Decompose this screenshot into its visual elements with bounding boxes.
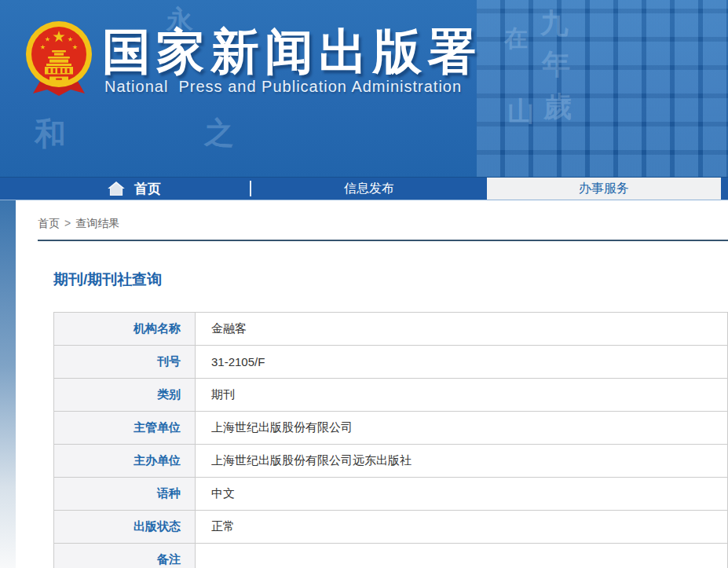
table-row: 备注 — [54, 544, 728, 568]
row-label: 刊号 — [54, 346, 196, 379]
table-row: 出版状态 正常 — [54, 511, 728, 544]
table-row: 类别 期刊 — [54, 379, 728, 412]
row-value: 金融客 — [196, 313, 728, 346]
main-nav: 首页 信息发布 办事服务 — [0, 177, 728, 201]
row-value — [196, 544, 728, 568]
calligraphy-watermark: 之 — [204, 118, 234, 148]
left-gradient-band — [0, 200, 16, 568]
site-title: 国家新闻出版署 — [102, 19, 481, 85]
row-value: 期刊 — [196, 379, 728, 412]
table-row: 语种 中文 — [54, 478, 728, 511]
nav-item-home[interactable]: 首页 — [108, 178, 161, 200]
breadcrumb: 首页>查询结果 — [38, 217, 119, 231]
row-label: 主办单位 — [54, 445, 196, 478]
content-panel: 首页>查询结果 期刊/期刊社查询 机构名称 金融客 刊号 31-2105/F 类… — [16, 200, 728, 568]
nav-divider — [250, 181, 251, 196]
breadcrumb-current: 查询结果 — [75, 217, 119, 229]
table-row: 主管单位 上海世纪出版股份有限公司 — [54, 412, 728, 445]
site-header: 永 和 九 年 歲 在 山 之 国家新闻出版署 — [0, 0, 728, 178]
row-value: 正常 — [196, 511, 728, 544]
nav-item-info[interactable]: 信息发布 — [330, 178, 408, 200]
nav-home-label: 首页 — [134, 180, 161, 198]
row-label: 机构名称 — [54, 313, 196, 346]
breadcrumb-home-link[interactable]: 首页 — [38, 217, 60, 229]
page-title: 期刊/期刊社查询 — [53, 269, 162, 290]
seal-grid-watermark — [477, 0, 728, 178]
row-label: 主管单位 — [54, 412, 196, 445]
row-value: 中文 — [196, 478, 728, 511]
breadcrumb-separator: > — [64, 217, 71, 229]
row-label: 语种 — [54, 478, 196, 511]
nav-item-services-active-tab[interactable]: 办事服务 — [487, 178, 721, 200]
row-value: 31-2105/F — [196, 346, 728, 379]
query-result-table: 机构名称 金融客 刊号 31-2105/F 类别 期刊 主管单位 上海世纪出版股… — [53, 312, 728, 568]
calligraphy-watermark: 和 — [35, 118, 66, 149]
breadcrumb-divider-line — [38, 240, 728, 241]
national-emblem-icon — [24, 17, 94, 96]
table-row: 刊号 31-2105/F — [54, 346, 728, 379]
row-label: 备注 — [54, 544, 196, 568]
table-row: 主办单位 上海世纪出版股份有限公司远东出版社 — [54, 445, 728, 478]
home-icon — [108, 181, 125, 196]
row-label: 出版状态 — [54, 511, 196, 544]
table-row: 机构名称 金融客 — [54, 313, 728, 346]
row-label: 类别 — [54, 379, 196, 412]
row-value: 上海世纪出版股份有限公司远东出版社 — [196, 445, 728, 478]
site-subtitle: National Press and Publication Administr… — [104, 78, 462, 96]
row-value: 上海世纪出版股份有限公司 — [196, 412, 728, 445]
